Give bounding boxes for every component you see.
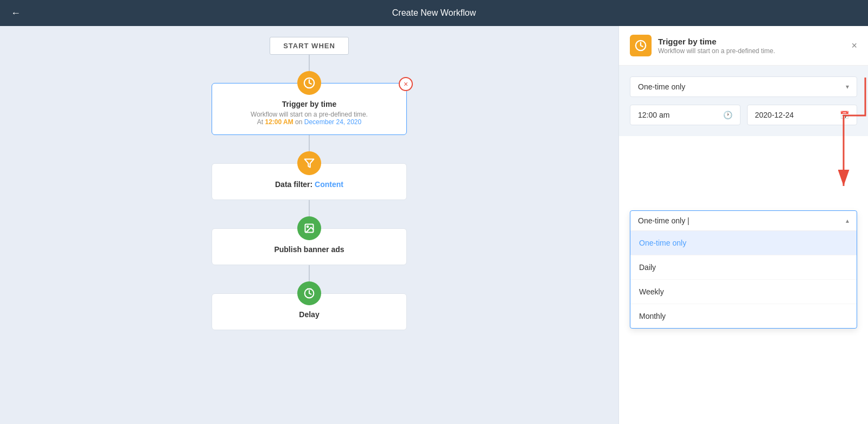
- clock-icon: [303, 77, 315, 89]
- connector-line-3: [309, 200, 310, 216]
- frequency-dropdown: One-time only | ▴ One-time only Daily We…: [630, 210, 857, 329]
- chevron-down-icon: ▾: [846, 83, 849, 91]
- delay-node-wrap: Delay: [0, 281, 618, 330]
- filter-icon: [304, 158, 315, 169]
- panel-header-left: Trigger by time Workflow will start on a…: [630, 35, 775, 56]
- clock-input-icon: 🕐: [723, 111, 732, 119]
- dropdown-option-daily[interactable]: Daily: [630, 255, 857, 280]
- panel-clock-icon: [635, 40, 647, 52]
- trigger-node-title: Trigger by time: [223, 100, 395, 108]
- publish-icon: [304, 223, 315, 234]
- panel-title: Trigger by time: [658, 37, 775, 46]
- trigger-node-wrap: × Trigger by time Workflow will start on…: [0, 71, 618, 135]
- panel-header: Trigger by time Workflow will start on a…: [619, 26, 868, 66]
- connector-line-1: [309, 55, 310, 71]
- workflow-canvas: START WHEN × Trigger by time Workflow wi…: [0, 26, 618, 424]
- chevron-up-icon: ▴: [846, 217, 849, 224]
- topbar: ← Create New Workflow: [0, 0, 868, 26]
- filter-node-title: Data filter: Content: [223, 180, 395, 189]
- svg-marker-1: [305, 159, 314, 168]
- right-panel: Trigger by time Workflow will start on a…: [618, 26, 868, 424]
- panel-body: One-time only ▾ 12:00 am 🕐 2020-12-24 📅: [619, 66, 868, 136]
- filter-node-wrap: Data filter: Content: [0, 151, 618, 200]
- dropdown-option-monthly[interactable]: Monthly: [630, 304, 857, 328]
- time-input[interactable]: 12:00 am 🕐: [630, 105, 741, 125]
- publish-node-title: Publish banner ads: [223, 245, 395, 254]
- publish-node-wrap: Publish banner ads: [0, 216, 618, 265]
- calendar-icon: 📅: [840, 111, 849, 119]
- filter-content-highlight: Content: [315, 180, 343, 189]
- trigger-icon-circle: [297, 71, 321, 95]
- publish-icon-circle: [297, 216, 321, 240]
- time-value: 12:00 am: [638, 111, 669, 119]
- svg-point-3: [307, 226, 309, 228]
- dropdown-option-weekly[interactable]: Weekly: [630, 280, 857, 304]
- delay-node-title: Delay: [223, 310, 395, 319]
- date-value: 2020-12-24: [755, 111, 794, 119]
- panel-icon-box: [630, 35, 652, 56]
- trigger-node-desc: Workflow will start on a pre-defined tim…: [223, 111, 395, 118]
- dropdown-option-one-time[interactable]: One-time only: [630, 231, 857, 255]
- trigger-node-time: At 12:00 AM on December 24, 2020: [223, 118, 395, 126]
- page-title: Create New Workflow: [392, 8, 476, 18]
- back-button[interactable]: ←: [11, 8, 21, 19]
- dropdown-search-row[interactable]: One-time only | ▴: [630, 211, 857, 231]
- start-when-button[interactable]: START WHEN: [270, 37, 349, 55]
- dropdown-search-value: One-time only |: [638, 216, 690, 225]
- filter-icon-circle: [297, 151, 321, 175]
- connector-line-4: [309, 265, 310, 281]
- frequency-select-collapsed[interactable]: One-time only ▾: [630, 76, 857, 97]
- panel-subtitle: Workflow will start on a pre-defined tim…: [658, 47, 775, 55]
- trigger-time-highlight: 12:00 AM: [265, 118, 293, 126]
- back-icon: ←: [11, 8, 21, 19]
- panel-title-group: Trigger by time Workflow will start on a…: [658, 37, 775, 55]
- delay-icon: [304, 288, 315, 299]
- trigger-close-button[interactable]: ×: [399, 77, 413, 91]
- date-input[interactable]: 2020-12-24 📅: [747, 105, 858, 125]
- main-layout: START WHEN × Trigger by time Workflow wi…: [0, 26, 868, 424]
- trigger-date-highlight: December 24, 2020: [304, 118, 361, 126]
- select-value: One-time only: [638, 82, 685, 91]
- panel-close-button[interactable]: ×: [851, 40, 857, 52]
- connector-line-2: [309, 135, 310, 151]
- delay-icon-circle: [297, 281, 321, 305]
- time-date-row: 12:00 am 🕐 2020-12-24 📅: [630, 105, 857, 125]
